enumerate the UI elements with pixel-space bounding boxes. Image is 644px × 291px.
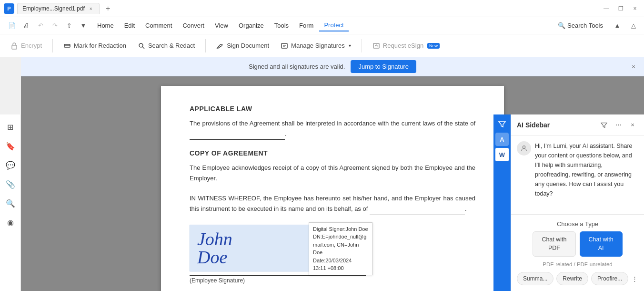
menu-view[interactable]: View bbox=[210, 20, 233, 31]
search-redact-label: Search & Redact bbox=[148, 42, 195, 49]
ai-bottom: Choose a Type Chat withPDF Chat withAI P… bbox=[511, 214, 644, 291]
ai-filter-icon[interactable] bbox=[598, 119, 610, 131]
cloud-upload-button[interactable]: ▲ bbox=[611, 19, 624, 32]
minimize-button[interactable]: — bbox=[601, 3, 612, 14]
tab-close-icon[interactable]: × bbox=[88, 5, 94, 12]
redact-icon bbox=[63, 42, 71, 50]
app-tab[interactable]: Employme...Signed1.pdf × bbox=[17, 3, 100, 14]
menu-home[interactable]: Home bbox=[92, 20, 119, 31]
search-redact-button[interactable]: Search & Redact bbox=[133, 40, 200, 52]
chat-pdf-label: Chat withPDF bbox=[542, 236, 566, 252]
ai-more-icon[interactable]: ⋯ bbox=[613, 119, 624, 131]
esign-icon bbox=[372, 42, 380, 50]
mark-redaction-label: Mark for Redaction bbox=[74, 42, 126, 49]
tooltip-line2: DN:E=johndoe_null@g bbox=[313, 233, 368, 241]
tooltip-line6: 13:11 +08:00 bbox=[313, 264, 368, 272]
sign-icon bbox=[216, 42, 224, 50]
chat-type-buttons: Chat withPDF Chat withAI bbox=[517, 231, 638, 257]
section3-text: IN WITNESS WHEREOF, the Employee has her… bbox=[190, 193, 475, 215]
encrypt-label: Encrypt bbox=[21, 42, 42, 49]
manage-signatures-button[interactable]: Manage Signatures bbox=[276, 40, 356, 52]
svg-point-3 bbox=[139, 43, 143, 47]
sidebar-comment-icon[interactable]: 💬 bbox=[2, 156, 19, 174]
pdf-page: APPLICABLE LAW The provisions of the Agr… bbox=[161, 86, 504, 291]
sidebar-bookmark-icon[interactable]: 🔖 bbox=[2, 137, 19, 155]
menu-comment[interactable]: Comment bbox=[141, 20, 177, 31]
sidebar-layers-icon[interactable]: ◉ bbox=[2, 214, 19, 231]
lock-icon bbox=[10, 42, 18, 50]
sidebar-search-icon[interactable]: 🔍 bbox=[2, 195, 19, 212]
sidebar-thumbnail-icon[interactable]: ⊞ bbox=[2, 118, 19, 135]
search-tools-icon: 🔍 bbox=[558, 22, 565, 29]
more-icon[interactable]: ▼ bbox=[77, 20, 90, 32]
menu-edit[interactable]: Edit bbox=[120, 20, 140, 31]
close-window-button[interactable]: × bbox=[630, 3, 640, 14]
tooltip-line1: Digital Signer:John Doe bbox=[313, 225, 368, 233]
ai-close-icon[interactable]: × bbox=[627, 119, 638, 131]
menu-convert[interactable]: Convert bbox=[178, 20, 209, 31]
app-icon: P bbox=[4, 3, 14, 14]
toolbar-section-redact: Mark for Redaction Search & Redact bbox=[59, 40, 200, 52]
divider-2 bbox=[205, 39, 206, 52]
ai-user-avatar bbox=[517, 141, 531, 156]
print-icon[interactable]: 🖨 bbox=[20, 20, 32, 32]
date-field bbox=[370, 204, 465, 215]
right-icon-ai[interactable]: A bbox=[495, 133, 509, 146]
restore-button[interactable]: ❐ bbox=[615, 3, 626, 14]
section1-title: APPLICABLE LAW bbox=[190, 105, 475, 113]
quick-action-buttons: Summa... Rewrite Proofire... ⋮ bbox=[517, 272, 638, 285]
divider-1 bbox=[52, 39, 53, 52]
more-actions-button[interactable]: ⋮ bbox=[631, 273, 638, 284]
undo-icon[interactable]: ↶ bbox=[34, 20, 47, 32]
state-field bbox=[190, 129, 285, 140]
toolbar-quick-icons: 📄 🖨 ↶ ↷ ⇧ ▼ bbox=[4, 20, 91, 32]
rewrite-button[interactable]: Rewrite bbox=[556, 272, 588, 285]
right-icon-filter[interactable] bbox=[495, 117, 509, 131]
jump-to-signature-button[interactable]: Jump to Signature bbox=[351, 60, 416, 73]
ai-header-icons: ⋯ × bbox=[598, 119, 638, 131]
sidebar-attachment-icon[interactable]: 📎 bbox=[2, 176, 19, 193]
banner-close-button[interactable]: × bbox=[628, 61, 639, 73]
menu-organize[interactable]: Organize bbox=[234, 20, 269, 31]
add-tab-button[interactable]: + bbox=[102, 3, 114, 14]
ai-chat-area: Hi, I'm Lumi, your AI assistant. Share y… bbox=[511, 135, 644, 214]
request-esign-label: Request eSign bbox=[383, 42, 423, 49]
left-sidebar: ⊞ 🔖 💬 📎 🔍 ◉ bbox=[0, 114, 21, 291]
sign-document-button[interactable]: Sign Document bbox=[211, 40, 274, 52]
right-icon-strip: A W bbox=[493, 114, 511, 291]
svg-point-9 bbox=[523, 146, 525, 148]
redo-icon[interactable]: ↷ bbox=[49, 20, 61, 32]
proofread-button[interactable]: Proofire... bbox=[591, 272, 628, 285]
new-badge: New bbox=[427, 43, 440, 49]
banner-text: Signed and all signatures are valid. bbox=[249, 63, 345, 70]
ai-sidebar: AI Sidebar ⋯ × Hi, I'm Lumi, your AI ass… bbox=[511, 114, 644, 291]
right-icon-word[interactable]: W bbox=[495, 148, 509, 161]
chat-pdf-button[interactable]: Chat withPDF bbox=[533, 231, 575, 257]
svg-rect-8 bbox=[373, 43, 379, 48]
toolbar-section-encrypt: Encrypt bbox=[6, 40, 47, 52]
ai-message-container: Hi, I'm Lumi, your AI assistant. Share y… bbox=[517, 141, 638, 198]
request-esign-button[interactable]: Request eSign New bbox=[368, 40, 444, 52]
upload-icon[interactable]: ⇧ bbox=[63, 20, 75, 32]
sig-line bbox=[190, 275, 366, 276]
search-tools-label: Search Tools bbox=[567, 22, 603, 29]
collapse-button[interactable]: △ bbox=[627, 19, 640, 32]
mark-redaction-button[interactable]: Mark for Redaction bbox=[59, 40, 131, 52]
menu-form[interactable]: Form bbox=[294, 20, 318, 31]
menu-protect[interactable]: Protect bbox=[319, 20, 348, 31]
menubar-right: 🔍 Search Tools ▲ △ bbox=[553, 19, 640, 32]
chat-ai-button[interactable]: Chat withAI bbox=[580, 231, 623, 257]
encrypt-button[interactable]: Encrypt bbox=[6, 40, 47, 52]
ai-message-text: Hi, I'm Lumi, your AI assistant. Share y… bbox=[535, 141, 638, 198]
svg-rect-5 bbox=[282, 43, 287, 48]
search-tools-button[interactable]: 🔍 Search Tools bbox=[553, 20, 608, 31]
menu-tools[interactable]: Tools bbox=[270, 20, 293, 31]
employee-sig-label: (Employee Signature) bbox=[190, 277, 366, 284]
signature-block: John Doe (Employee Signature) (Employee … bbox=[190, 225, 475, 291]
chat-ai-label: Chat withAI bbox=[589, 236, 614, 252]
svg-line-4 bbox=[142, 47, 144, 49]
toolbar-section-esign: Request eSign New bbox=[368, 40, 444, 52]
summarize-button[interactable]: Summa... bbox=[517, 272, 553, 285]
ai-sidebar-header: AI Sidebar ⋯ × bbox=[511, 114, 644, 135]
file-icon[interactable]: 📄 bbox=[6, 20, 18, 32]
